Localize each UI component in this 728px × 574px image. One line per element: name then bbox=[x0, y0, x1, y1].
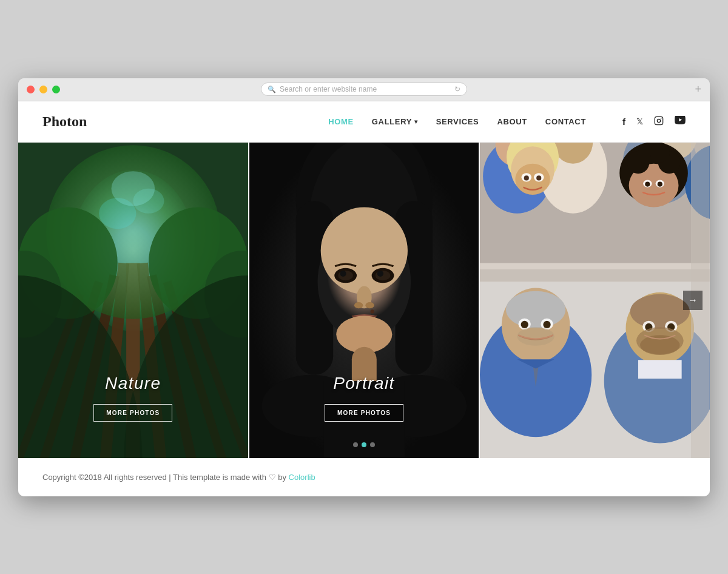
heart-icon: ♡ bbox=[269, 473, 276, 482]
address-bar[interactable]: 🔍 Search or enter website name ↻ bbox=[261, 83, 467, 96]
colorlib-link[interactable]: Colorlib bbox=[289, 473, 315, 482]
copyright-text: Copyright ©2018 All rights reserved | Th… bbox=[42, 473, 266, 482]
portrait-title: Portrait bbox=[333, 374, 394, 393]
nav-item-gallery[interactable]: GALLERY ▾ bbox=[372, 117, 418, 126]
minimize-button[interactable] bbox=[39, 86, 47, 93]
social-icons: f 𝕏 bbox=[622, 116, 686, 127]
navigation: Photon HOME GALLERY ▾ SERVICES ABOUT CON… bbox=[18, 101, 710, 143]
nature-more-photos-button[interactable]: MORE PHOTOS bbox=[93, 404, 172, 422]
dot-2[interactable] bbox=[362, 442, 366, 447]
svg-point-30 bbox=[320, 207, 407, 294]
site-logo[interactable]: Photon bbox=[42, 113, 87, 130]
svg-point-36 bbox=[377, 270, 383, 276]
gallery-panel-portrait[interactable]: Portrait MORE PHOTOS bbox=[249, 143, 480, 458]
svg-point-90 bbox=[640, 335, 680, 355]
svg-point-39 bbox=[365, 302, 374, 308]
svg-point-76 bbox=[506, 291, 565, 328]
search-icon: 🔍 bbox=[268, 86, 276, 93]
website-content: Photon HOME GALLERY ▾ SERVICES ABOUT CON… bbox=[18, 101, 710, 496]
dot-1[interactable] bbox=[353, 442, 358, 447]
address-placeholder: Search or enter website name bbox=[280, 85, 377, 93]
gallery-grid: Nature MORE PHOTOS bbox=[18, 143, 710, 458]
svg-point-70 bbox=[645, 181, 650, 186]
nature-overlay: Nature MORE PHOTOS bbox=[18, 374, 248, 458]
svg-point-67 bbox=[650, 143, 670, 163]
nature-title: Nature bbox=[105, 374, 161, 393]
footer: Copyright ©2018 All rights reserved | Th… bbox=[18, 458, 710, 496]
facebook-icon[interactable]: f bbox=[622, 116, 625, 127]
nav-item-contact[interactable]: CONTACT bbox=[545, 117, 586, 126]
svg-point-79 bbox=[521, 320, 528, 328]
browser-window: 🔍 Search or enter website name ↻ + Photo… bbox=[18, 78, 710, 496]
chevron-down-icon: ▾ bbox=[414, 118, 418, 125]
new-tab-button[interactable]: + bbox=[695, 83, 701, 96]
footer-by: by bbox=[278, 473, 286, 482]
next-arrow-button[interactable]: → bbox=[683, 291, 703, 310]
browser-titlebar: 🔍 Search or enter website name ↻ + bbox=[18, 78, 710, 101]
gallery-panel-people[interactable]: People MORE PHOTOS → bbox=[480, 143, 710, 458]
svg-point-38 bbox=[354, 302, 363, 308]
svg-point-2 bbox=[661, 118, 661, 118]
svg-point-81 bbox=[517, 327, 554, 346]
svg-rect-72 bbox=[480, 269, 710, 281]
nav-item-about[interactable]: ABOUT bbox=[497, 117, 527, 126]
svg-point-21 bbox=[112, 171, 155, 206]
svg-point-40 bbox=[370, 309, 374, 313]
youtube-icon[interactable] bbox=[675, 116, 686, 127]
nav-item-services[interactable]: SERVICES bbox=[436, 117, 479, 126]
dot-3[interactable] bbox=[370, 442, 375, 447]
twitter-icon[interactable]: 𝕏 bbox=[636, 116, 643, 126]
nav-links: HOME GALLERY ▾ SERVICES ABOUT CONTACT bbox=[328, 117, 586, 126]
gallery-panel-nature[interactable]: Nature MORE PHOTOS bbox=[18, 143, 249, 458]
instagram-icon[interactable] bbox=[654, 116, 664, 127]
svg-point-33 bbox=[340, 270, 346, 276]
svg-point-1 bbox=[657, 119, 660, 122]
svg-point-84 bbox=[630, 294, 690, 328]
svg-point-80 bbox=[544, 320, 551, 328]
svg-rect-0 bbox=[655, 116, 662, 124]
carousel-dots bbox=[353, 442, 375, 447]
svg-point-71 bbox=[658, 181, 662, 186]
close-button[interactable] bbox=[27, 86, 35, 93]
portrait-more-photos-button[interactable]: MORE PHOTOS bbox=[325, 404, 403, 422]
people-overlay: People MORE PHOTOS bbox=[480, 374, 710, 458]
svg-point-61 bbox=[536, 175, 541, 180]
reload-icon[interactable]: ↻ bbox=[454, 85, 460, 93]
maximize-button[interactable] bbox=[52, 86, 60, 93]
svg-point-60 bbox=[524, 175, 529, 180]
nav-item-home[interactable]: HOME bbox=[328, 117, 354, 126]
